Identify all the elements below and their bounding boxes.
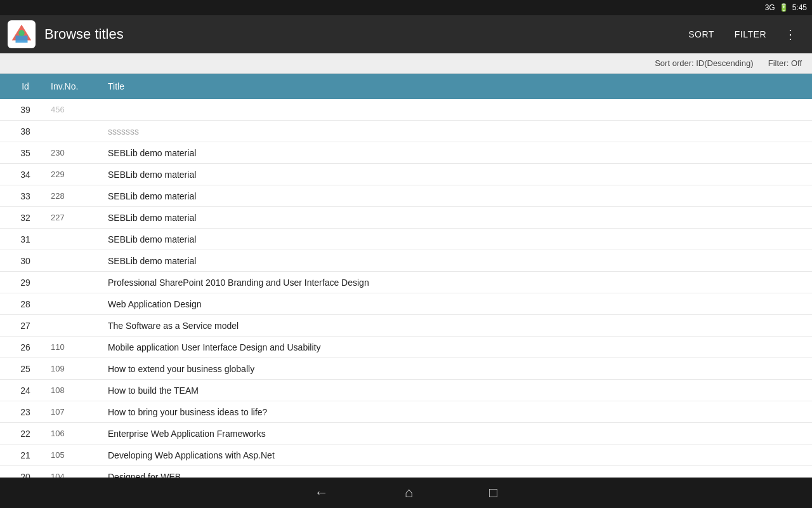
cell-title: How to extend your business globally xyxy=(108,364,812,374)
cell-title: sssssss xyxy=(108,126,812,137)
nav-bar: ← ⌂ □ xyxy=(0,478,812,508)
table-row[interactable]: 24108How to build the TEAM xyxy=(0,380,812,401)
cell-title: How to bring your business ideas to life… xyxy=(108,407,812,417)
cell-title: Developing Web Applications with Asp.Net xyxy=(108,450,812,460)
cell-id: 28 xyxy=(0,299,51,309)
cell-invno: 105 xyxy=(51,450,108,460)
cell-invno: 110 xyxy=(51,342,108,352)
table-row[interactable]: 32227SEBLib demo material xyxy=(0,207,812,229)
header-id: Id xyxy=(0,81,51,91)
cell-id: 34 xyxy=(0,170,51,180)
table-row[interactable]: 30SEBLib demo material xyxy=(0,250,812,272)
cell-id: 30 xyxy=(0,256,51,266)
status-bar: 3G 🔋 5:45 xyxy=(0,0,812,15)
table-row[interactable]: 31SEBLib demo material xyxy=(0,229,812,250)
overflow-menu-button[interactable]: ⋮ xyxy=(778,22,804,47)
cell-title: Web Application Design xyxy=(108,299,812,309)
cell-id: 23 xyxy=(0,407,51,417)
table-row[interactable]: 25109How to extend your business globall… xyxy=(0,358,812,380)
home-button[interactable]: ⌂ xyxy=(405,485,413,501)
table-row[interactable]: 21105Developing Web Applications with As… xyxy=(0,444,812,466)
cell-title: SEBLib demo material xyxy=(108,191,812,201)
cell-id: 29 xyxy=(0,277,51,288)
svg-rect-2 xyxy=(16,36,28,43)
cell-title: Professional SharePoint 2010 Branding an… xyxy=(108,277,812,288)
header-invno: Inv.No. xyxy=(51,81,108,91)
cell-title: SEBLib demo material xyxy=(108,213,812,223)
table-row[interactable]: 28Web Application Design xyxy=(0,293,812,315)
table-row[interactable]: 33228SEBLib demo material xyxy=(0,185,812,207)
cell-id: 33 xyxy=(0,191,51,201)
cell-invno: 109 xyxy=(51,364,108,373)
table-row[interactable]: 23107How to bring your business ideas to… xyxy=(0,401,812,423)
cell-title: Mobile application User Interface Design… xyxy=(108,342,812,352)
sort-order-label: Sort order: ID(Descending) xyxy=(655,58,753,68)
cell-title: The Software as a Service model xyxy=(108,321,812,331)
info-bar: Sort order: ID(Descending) Filter: Off xyxy=(0,53,812,74)
filter-status-label: Filter: Off xyxy=(768,58,802,68)
back-button[interactable]: ← xyxy=(315,485,329,501)
battery-icon: 🔋 xyxy=(779,3,789,12)
cell-title: SEBLib demo material xyxy=(108,234,812,244)
table-row[interactable]: 26110Mobile application User Interface D… xyxy=(0,337,812,358)
cell-id: 32 xyxy=(0,213,51,223)
top-bar-actions: SORT FILTER ⋮ xyxy=(679,22,804,47)
table-row[interactable]: 35230SEBLib demo material xyxy=(0,142,812,164)
signal-icon: 3G xyxy=(765,3,775,12)
cell-invno: 228 xyxy=(51,191,108,201)
cell-invno: 456 xyxy=(51,105,108,114)
status-icons: 3G 🔋 5:45 xyxy=(765,3,807,12)
cell-invno: 107 xyxy=(51,407,108,417)
table-body: 3945638sssssss35230SEBLib demo material3… xyxy=(0,99,812,488)
cell-invno: 108 xyxy=(51,385,108,395)
cell-id: 38 xyxy=(0,126,51,137)
cell-id: 35 xyxy=(0,148,51,158)
divider xyxy=(759,58,763,68)
sort-button[interactable]: SORT xyxy=(679,24,723,44)
header-title: Title xyxy=(108,81,812,91)
cell-invno: 227 xyxy=(51,213,108,222)
cell-id: 24 xyxy=(0,385,51,396)
svg-point-3 xyxy=(18,30,25,36)
table-header: Id Inv.No. Title xyxy=(0,74,812,99)
cell-title: How to build the TEAM xyxy=(108,385,812,396)
cell-invno: 229 xyxy=(51,170,108,179)
cell-id: 31 xyxy=(0,234,51,244)
clock: 5:45 xyxy=(792,3,807,12)
table-row[interactable]: 22106Enterprise Web Application Framewor… xyxy=(0,423,812,444)
cell-id: 25 xyxy=(0,364,51,374)
filter-button[interactable]: FILTER xyxy=(726,24,775,44)
table-row[interactable]: 39456 xyxy=(0,99,812,121)
cell-title: Enterprise Web Application Frameworks xyxy=(108,429,812,439)
cell-title: SEBLib demo material xyxy=(108,148,812,158)
cell-id: 27 xyxy=(0,321,51,331)
table-row[interactable]: 34229SEBLib demo material xyxy=(0,164,812,185)
page-title: Browse titles xyxy=(44,26,679,43)
cell-invno: 230 xyxy=(51,148,108,157)
cell-title: SEBLib demo material xyxy=(108,170,812,180)
cell-title: SEBLib demo material xyxy=(108,256,812,266)
recent-apps-button[interactable]: □ xyxy=(489,485,497,501)
table-row[interactable]: 27The Software as a Service model xyxy=(0,315,812,337)
app-logo xyxy=(8,20,36,48)
cell-id: 39 xyxy=(0,105,51,115)
top-bar: Browse titles SORT FILTER ⋮ xyxy=(0,15,812,53)
table-row[interactable]: 29Professional SharePoint 2010 Branding … xyxy=(0,272,812,293)
cell-invno: 106 xyxy=(51,429,108,438)
cell-id: 26 xyxy=(0,342,51,352)
cell-id: 21 xyxy=(0,450,51,460)
table-row[interactable]: 38sssssss xyxy=(0,121,812,142)
cell-id: 22 xyxy=(0,429,51,439)
